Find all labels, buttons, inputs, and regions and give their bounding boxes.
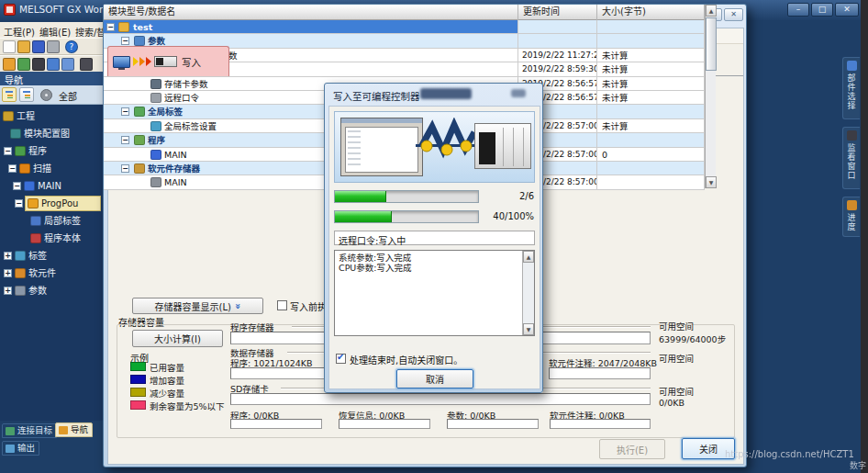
- parameter-group-icon: [134, 36, 145, 46]
- module-icon[interactable]: [32, 58, 45, 71]
- col-size[interactable]: 大小(字节): [597, 5, 705, 20]
- collapse-icon[interactable]: −: [4, 147, 12, 155]
- find-icon[interactable]: [80, 58, 93, 71]
- save-all-icon[interactable]: [17, 58, 30, 71]
- save-icon[interactable]: [32, 40, 45, 53]
- collapse-icon[interactable]: −: [13, 182, 21, 190]
- module-config-icon: [10, 129, 21, 139]
- memory-display-button[interactable]: 存储器容量显示(L) »: [132, 298, 263, 314]
- table-scrollbar[interactable]: ▲ ▼: [705, 5, 716, 188]
- scrollbar-thumb[interactable]: [706, 17, 717, 71]
- legend-used: 已用容量: [150, 361, 184, 374]
- lightning-icon: [417, 118, 480, 176]
- dialog-close-button[interactable]: ✕: [724, 8, 743, 21]
- window-icon[interactable]: [47, 58, 60, 71]
- tree-collapse-icon[interactable]: [19, 87, 34, 102]
- nav-panel-header: 导航: [0, 72, 103, 85]
- project-icon: [118, 22, 129, 32]
- sd-program-bar: [230, 419, 322, 429]
- dock-tab-element-selection[interactable]: 部件选择: [842, 57, 860, 119]
- dock-tab-icon: [847, 130, 857, 141]
- menu-edit[interactable]: 编辑(E): [39, 25, 71, 39]
- tree-item-project[interactable]: 工程: [0, 107, 103, 125]
- size-calc-button[interactable]: 大小计算(I): [132, 330, 223, 347]
- scroll-down-icon[interactable]: ▼: [523, 323, 534, 335]
- menu-project[interactable]: 工程(P): [4, 25, 35, 39]
- double-chevron-down-icon: »: [233, 303, 243, 309]
- free-space-label: 可用空间: [659, 320, 694, 332]
- expand-icon[interactable]: +: [4, 252, 12, 260]
- tab-output[interactable]: 输出: [2, 441, 39, 456]
- open-icon[interactable]: [17, 40, 30, 53]
- step-progress-label: 2/6: [479, 191, 534, 201]
- new-file-icon[interactable]: [3, 40, 16, 53]
- progress-dialog-title: 写入至可编程控制器: [333, 89, 420, 103]
- collapse-icon[interactable]: −: [121, 136, 129, 144]
- menu-search[interactable]: 搜索/替: [75, 25, 106, 39]
- table-header: 模块型号/数据名 更新时间 大小(字节): [104, 5, 705, 20]
- expand-icon[interactable]: +: [4, 287, 12, 295]
- status-box: 远程口令:写入中: [334, 231, 535, 245]
- tree-item-main[interactable]: − MAIN: [0, 177, 103, 195]
- dock-tab-watch-window[interactable]: 监看窗口: [842, 127, 860, 189]
- used-capacity-swatch: [130, 362, 146, 371]
- navigation-toggle-icon[interactable]: [3, 58, 16, 71]
- device-icon: [15, 268, 26, 278]
- tree-item-progpou[interactable]: − ProgPou: [0, 195, 103, 212]
- scroll-up-icon[interactable]: ▲: [706, 5, 717, 17]
- main-program-icon: [24, 181, 35, 191]
- collapse-icon[interactable]: −: [121, 37, 129, 45]
- tree-item-label[interactable]: + 标签: [0, 247, 103, 265]
- log-scrollbar[interactable]: ▲ ▼: [522, 251, 534, 335]
- tab-connection-destination[interactable]: 连接目标: [2, 423, 57, 438]
- collapse-icon[interactable]: −: [8, 164, 17, 173]
- tree-item-device[interactable]: + 软元件: [0, 265, 103, 282]
- watermark: https://blog.csdn.net/HCZT1: [725, 449, 854, 459]
- collapse-icon[interactable]: −: [121, 107, 129, 116]
- maximize-button[interactable]: □: [811, 3, 833, 17]
- col-update-time[interactable]: 更新时间: [518, 5, 597, 20]
- collapse-icon[interactable]: −: [15, 199, 23, 208]
- program-body-icon: [30, 233, 41, 243]
- print-icon[interactable]: [47, 40, 60, 53]
- minimize-button[interactable]: –: [787, 3, 809, 17]
- cancel-button[interactable]: 取消: [396, 369, 473, 389]
- sd-free-value: 0/0KB: [659, 398, 684, 408]
- project-icon: [3, 111, 14, 121]
- tree-item-module-config[interactable]: 模块配置图: [0, 125, 103, 142]
- censored-blur: [420, 88, 472, 99]
- scan-icon: [19, 163, 30, 174]
- label-icon: [15, 251, 26, 261]
- window2-icon[interactable]: [61, 58, 74, 71]
- expand-icon[interactable]: +: [4, 269, 12, 277]
- help-icon[interactable]: ?: [65, 40, 78, 53]
- tree-item-parameter[interactable]: + 参数: [0, 282, 103, 299]
- free-space-label: 可用空间: [659, 385, 694, 398]
- increased-capacity-swatch: [130, 375, 146, 384]
- close-button[interactable]: ✕: [835, 3, 859, 17]
- tree-item-scan[interactable]: − 扫描: [0, 160, 103, 177]
- remote-password-icon: [150, 93, 161, 103]
- collapse-icon[interactable]: −: [121, 164, 129, 173]
- pre-write-checkbox[interactable]: [277, 300, 287, 310]
- collapse-icon[interactable]: −: [106, 23, 115, 31]
- tree-item-local-label[interactable]: 局部标签: [0, 212, 103, 230]
- tree-view-icon[interactable]: [2, 87, 17, 102]
- scroll-down-icon[interactable]: ▼: [706, 176, 717, 188]
- col-module-name[interactable]: 模块型号/数据名: [104, 5, 518, 20]
- tab-write[interactable]: 写入: [107, 46, 229, 76]
- execute-button[interactable]: 执行(E): [599, 439, 665, 459]
- table-row-project[interactable]: − test: [104, 20, 705, 34]
- tree-item-program-body[interactable]: 程序本体: [0, 230, 103, 247]
- item-progress-label: 40/100%: [470, 211, 534, 221]
- dock-tab-progress[interactable]: 进度: [842, 197, 860, 237]
- sd-comment-bar: [550, 419, 651, 429]
- item-progress-bar: [334, 210, 479, 223]
- nav-filter[interactable]: 全部: [59, 89, 77, 103]
- auto-close-checkbox[interactable]: ✔: [336, 354, 346, 364]
- gear-icon[interactable]: [40, 89, 52, 101]
- censored-blur: [511, 89, 526, 97]
- scroll-up-icon[interactable]: ▲: [523, 251, 534, 263]
- tree-item-program[interactable]: − 程序: [0, 142, 103, 160]
- tab-navigation[interactable]: 导航: [55, 422, 93, 437]
